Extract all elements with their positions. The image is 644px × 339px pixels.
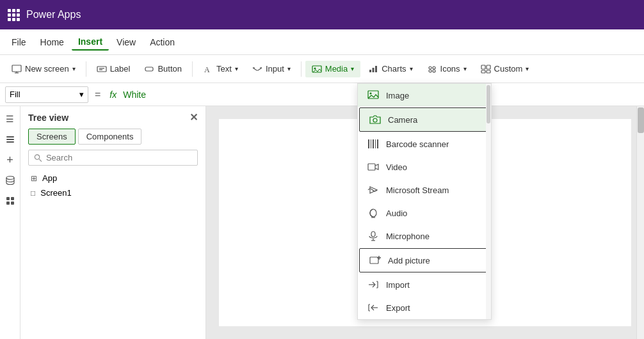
svg-point-21 <box>433 70 435 72</box>
dropdown-item-add-picture[interactable]: Add picture <box>359 248 490 272</box>
svg-rect-43 <box>377 139 378 148</box>
import-label: Import <box>386 280 410 290</box>
custom-chevron: ▾ <box>526 65 529 72</box>
tree-header: Tree view ✕ <box>20 106 205 129</box>
svg-rect-39 <box>368 139 369 148</box>
sidebar-add-icon[interactable]: + <box>3 152 18 168</box>
formula-bar: Fill ▾ = fx White <box>0 83 644 106</box>
tree-search-container <box>28 150 198 166</box>
menu-view[interactable]: View <box>110 35 142 50</box>
dropdown-item-export[interactable]: Export <box>358 296 491 319</box>
new-screen-chevron: ▾ <box>72 65 76 72</box>
input-icon <box>252 64 262 74</box>
equals-sign: = <box>92 89 103 100</box>
svg-point-46 <box>370 209 376 217</box>
property-dropdown[interactable]: Fill ▾ <box>5 86 88 103</box>
media-button[interactable]: Media ▾ <box>305 61 360 77</box>
ms-stream-label: Microsoft Stream <box>386 185 449 195</box>
title-bar: Power Apps <box>0 0 644 29</box>
icons-label: Icons <box>440 64 460 74</box>
dropdown-item-camera[interactable]: Camera <box>359 107 490 132</box>
screen1-icon: □ <box>31 189 35 198</box>
menu-insert[interactable]: Insert <box>72 34 109 51</box>
sidebar-layers-icon[interactable] <box>3 132 18 147</box>
new-screen-icon <box>12 64 22 74</box>
text-button[interactable]: A Text ▾ <box>197 61 245 77</box>
svg-rect-33 <box>11 201 14 205</box>
icons-icon <box>427 64 437 74</box>
canvas-scrollbar-thumb[interactable] <box>638 107 644 133</box>
svg-rect-44 <box>368 164 375 170</box>
sidebar-components-icon[interactable] <box>3 193 18 209</box>
svg-rect-16 <box>373 68 374 72</box>
svg-point-37 <box>370 93 372 95</box>
svg-rect-22 <box>481 65 485 69</box>
svg-rect-30 <box>6 197 10 200</box>
label-icon <box>97 64 107 74</box>
canvas-scrollbar[interactable] <box>636 106 644 339</box>
main-layout: ☰ + Tree view <box>0 106 644 339</box>
new-screen-button[interactable]: New screen ▾ <box>5 61 82 77</box>
svg-rect-0 <box>12 65 21 72</box>
svg-point-38 <box>373 118 377 122</box>
sidebar-menu-icon[interactable]: ☰ <box>3 111 18 127</box>
text-icon: A <box>203 64 213 74</box>
svg-marker-45 <box>370 187 377 193</box>
dropdown-item-microphone[interactable]: Microphone <box>358 225 491 248</box>
export-label: Export <box>386 303 410 313</box>
charts-label: Charts <box>382 64 406 74</box>
svg-rect-3 <box>97 67 106 72</box>
new-screen-label: New screen <box>25 64 69 74</box>
dropdown-item-video[interactable]: Video <box>358 155 491 178</box>
svg-point-14 <box>314 67 316 69</box>
video-icon <box>367 161 380 173</box>
svg-rect-28 <box>6 141 14 143</box>
svg-rect-42 <box>375 139 376 148</box>
media-label: Media <box>325 64 348 74</box>
barcode-icon <box>367 138 380 150</box>
property-chevron: ▾ <box>79 90 84 99</box>
app-label: App <box>42 173 57 183</box>
property-value: Fill <box>10 90 20 99</box>
tab-screens[interactable]: Screens <box>28 129 76 145</box>
tree-item-app[interactable]: ⊞ App <box>20 171 205 185</box>
search-input[interactable] <box>46 153 192 162</box>
icons-button[interactable]: Icons ▾ <box>421 61 473 77</box>
image-icon <box>367 89 380 102</box>
tree-item-screen1[interactable]: □ Screen1 <box>20 185 205 200</box>
app-title: Power Apps <box>26 9 81 20</box>
dropdown-item-audio[interactable]: Audio <box>358 201 491 225</box>
app-icon: ⊞ <box>31 174 37 183</box>
button-toolbar-btn[interactable]: Button <box>138 61 188 77</box>
sidebar-data-icon[interactable] <box>3 173 18 188</box>
charts-button[interactable]: Charts ▾ <box>362 61 419 77</box>
dropdown-item-barcode[interactable]: Barcode scanner <box>358 132 491 155</box>
tab-components[interactable]: Components <box>78 129 142 145</box>
fx-label: fx <box>107 90 119 100</box>
custom-button[interactable]: Custom ▾ <box>474 61 536 77</box>
menu-action[interactable]: Action <box>143 35 181 50</box>
svg-rect-32 <box>6 201 10 205</box>
charts-icon <box>368 64 378 74</box>
button-icon <box>144 64 154 74</box>
dropdown-item-ms-stream[interactable]: Microsoft Stream <box>358 178 491 201</box>
menu-file[interactable]: File <box>5 35 33 50</box>
microphone-icon <box>367 230 380 242</box>
camera-icon <box>369 113 382 126</box>
screen1-label: Screen1 <box>40 188 71 198</box>
menu-home[interactable]: Home <box>34 35 70 50</box>
sep3 <box>301 61 302 77</box>
dropdown-item-import[interactable]: Import <box>358 273 491 296</box>
dropdown-scroll-thumb[interactable] <box>487 85 490 123</box>
tree-title: Tree view <box>28 113 68 123</box>
dropdown-item-image[interactable]: Image <box>358 84 491 107</box>
media-chevron: ▾ <box>351 65 354 72</box>
label-button[interactable]: Label <box>90 61 137 77</box>
input-button[interactable]: Input ▾ <box>246 61 297 77</box>
export-icon <box>367 301 380 314</box>
tree-close-button[interactable]: ✕ <box>189 111 198 123</box>
svg-point-19 <box>433 67 435 69</box>
button-label: Button <box>157 64 182 74</box>
dropdown-scrollbar[interactable] <box>486 84 491 319</box>
tree-panel: Tree view ✕ Screens Components ⊞ App □ S… <box>20 106 206 339</box>
